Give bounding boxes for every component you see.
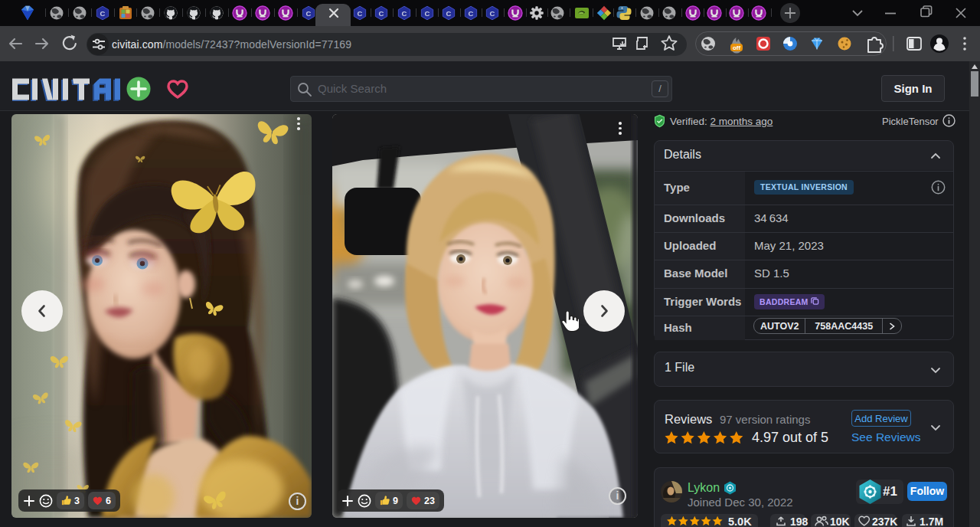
svg-text:C: C xyxy=(469,9,474,18)
svg-text:C: C xyxy=(100,9,106,18)
svg-text:198: 198 xyxy=(790,516,808,527)
svg-text:C: C xyxy=(446,9,452,18)
svg-text:C: C xyxy=(379,9,384,18)
svg-text:237K: 237K xyxy=(872,516,897,527)
svg-text:C: C xyxy=(358,9,363,18)
svg-text:C: C xyxy=(425,9,430,18)
svg-text:1.7M: 1.7M xyxy=(920,516,943,527)
svg-text:C: C xyxy=(402,9,407,18)
svg-text:10K: 10K xyxy=(830,516,850,527)
svg-text:C: C xyxy=(306,9,312,18)
svg-text:C: C xyxy=(490,9,495,18)
svg-text:5.0K: 5.0K xyxy=(728,516,752,527)
svg-text:off: off xyxy=(733,44,741,51)
